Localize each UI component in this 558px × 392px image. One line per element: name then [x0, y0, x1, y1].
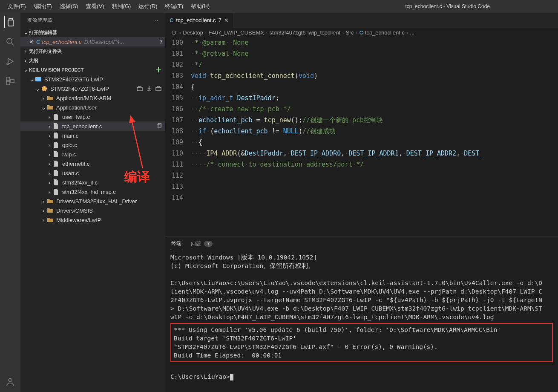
- rebuild-icon[interactable]: [155, 85, 162, 92]
- code-editor[interactable]: 1001011021031041051061071081091101111121…: [165, 37, 558, 236]
- breadcrumb-part[interactable]: Src: [346, 29, 354, 36]
- file-main-c[interactable]: ›main.c: [20, 131, 165, 140]
- activity-bar: [0, 13, 20, 392]
- svg-rect-6: [35, 77, 41, 81]
- sidebar: 资源管理器 ··· ⌄打开的编辑器 ✕ C tcp_echoclient.c D…: [20, 13, 165, 392]
- group-Application-MDK-ARM[interactable]: ›Application/MDK-ARM: [20, 93, 165, 103]
- breadcrumb-part[interactable]: stm32f407zgt6-lwip_tcpclient: [269, 29, 340, 36]
- menu-file[interactable]: 文件(F): [4, 1, 29, 12]
- search-icon[interactable]: [4, 36, 16, 48]
- tab-tcp-echoclient[interactable]: C tcp_echoclient.c 7 ✕: [165, 13, 233, 28]
- file-lwip-c[interactable]: ›lwip.c: [20, 150, 165, 159]
- file-user_lwip-c[interactable]: ›user_lwip.c: [20, 112, 165, 121]
- breadcrumb-part[interactable]: D:: [172, 29, 178, 36]
- add-project-icon[interactable]: [155, 66, 165, 73]
- download-icon[interactable]: [146, 85, 152, 92]
- menu-view[interactable]: 查看(V): [82, 1, 107, 12]
- explorer-icon[interactable]: [4, 16, 16, 28]
- menu-goto[interactable]: 转到(G): [109, 1, 135, 12]
- build-icon[interactable]: [136, 85, 143, 92]
- project-root[interactable]: ⌄STM32F407ZGT6-LwIP: [20, 75, 165, 84]
- project-target[interactable]: ⌄STM32F407ZGT6-LwIP: [20, 84, 165, 93]
- menu-bar: 文件(F) 编辑(E) 选择(S) 查看(V) 转到(G) 运行(R) 终端(T…: [4, 1, 213, 12]
- close-icon[interactable]: ✕: [224, 17, 229, 23]
- file-ethernetif-c[interactable]: ›ethernetif.c: [20, 159, 165, 168]
- svg-point-0: [7, 38, 12, 43]
- breadcrumb[interactable]: D: ›Desktop ›F407_LWIP_CUBEMX ›stm32f407…: [165, 28, 558, 37]
- section-outline[interactable]: ›大纲: [20, 56, 165, 65]
- open-editor-item[interactable]: ✕ C tcp_echoclient.c D:\Desktop\F4... 7: [20, 37, 165, 46]
- open-editor-name: tcp_echoclient.c: [42, 39, 81, 45]
- window-title: tcp_echoclient.c - Visual Studio Code: [405, 3, 490, 9]
- group-Drivers-CMSIS[interactable]: ›Drivers/CMSIS: [20, 206, 165, 215]
- run-debug-icon[interactable]: [4, 55, 16, 67]
- svg-rect-2: [6, 77, 10, 81]
- c-file-icon: C: [170, 17, 173, 23]
- section-keil-project[interactable]: ⌄KEIL UVISION PROJECT: [20, 65, 165, 75]
- svg-rect-9: [156, 87, 161, 91]
- problems-badge: 7: [204, 241, 213, 247]
- svg-rect-4: [11, 79, 14, 83]
- menu-terminal[interactable]: 终端(T): [161, 1, 187, 12]
- open-editor-path: D:\Desktop\F4...: [84, 39, 157, 45]
- extensions-icon[interactable]: [4, 75, 16, 87]
- group-Drivers-STM32F4xx_HAL_Driver[interactable]: ›Drivers/STM32F4xx_HAL_Driver: [20, 196, 165, 206]
- explorer-title: 资源管理器 ···: [20, 13, 165, 28]
- section-no-folder[interactable]: ›无打开的文件夹: [20, 46, 165, 56]
- editor-area: C tcp_echoclient.c 7 ✕ D: ›Desktop ›F407…: [165, 13, 558, 392]
- group-Application-User[interactable]: ⌄Application/User: [20, 103, 165, 112]
- panel: 终端 问题 7 Microsoft Windows [版本 10.0.19042…: [165, 236, 558, 392]
- file-usart-c[interactable]: ›usart.c: [20, 168, 165, 178]
- titlebar: 文件(F) 编辑(E) 选择(S) 查看(V) 转到(G) 运行(R) 终端(T…: [0, 0, 558, 13]
- breadcrumb-part[interactable]: F407_LWIP_CUBEMX: [208, 29, 264, 36]
- close-icon[interactable]: ✕: [29, 39, 34, 45]
- copy-icon[interactable]: [156, 123, 162, 129]
- panel-tabs: 终端 问题 7: [165, 237, 558, 251]
- group-Middlewares-LwIP[interactable]: ›Middlewares/LwIP: [20, 215, 165, 225]
- more-icon[interactable]: ···: [153, 18, 158, 23]
- editor-tabs: C tcp_echoclient.c 7 ✕: [165, 13, 558, 28]
- tab-filename: tcp_echoclient.c: [176, 17, 216, 23]
- svg-rect-3: [6, 81, 10, 85]
- tab-problems[interactable]: 问题 7: [191, 239, 213, 249]
- svg-point-5: [9, 378, 12, 382]
- section-open-editors[interactable]: ⌄打开的编辑器: [20, 28, 165, 37]
- tab-terminal[interactable]: 终端: [171, 238, 181, 249]
- breadcrumb-part[interactable]: Desktop: [183, 29, 203, 36]
- svg-point-1: [7, 63, 9, 65]
- breadcrumb-part[interactable]: ...: [410, 29, 414, 36]
- accounts-icon[interactable]: [4, 376, 16, 388]
- file-gpio-c[interactable]: ›gpio.c: [20, 140, 165, 150]
- file-tcp_echoclient-c[interactable]: ›tcp_echoclient.c: [20, 121, 165, 131]
- menu-help[interactable]: 帮助(H): [187, 1, 213, 12]
- tab-mod-count: 7: [219, 17, 221, 23]
- file-stm32f4xx_it-c[interactable]: ›stm32f4xx_it.c: [20, 178, 165, 187]
- menu-edit[interactable]: 编辑(E): [30, 1, 55, 12]
- c-file-icon: C: [36, 39, 40, 45]
- svg-point-7: [42, 86, 47, 91]
- menu-run[interactable]: 运行(R): [135, 1, 161, 12]
- open-editor-mod: 7: [160, 39, 163, 45]
- file-stm32f4xx_hal_msp-c[interactable]: ›stm32f4xx_hal_msp.c: [20, 187, 165, 196]
- menu-select[interactable]: 选择(S): [56, 1, 81, 12]
- terminal-output[interactable]: Microsoft Windows [版本 10.0.19042.1052] (…: [165, 251, 558, 392]
- svg-rect-8: [137, 87, 142, 91]
- breadcrumb-part[interactable]: Ctcp_echoclient.c: [359, 29, 405, 36]
